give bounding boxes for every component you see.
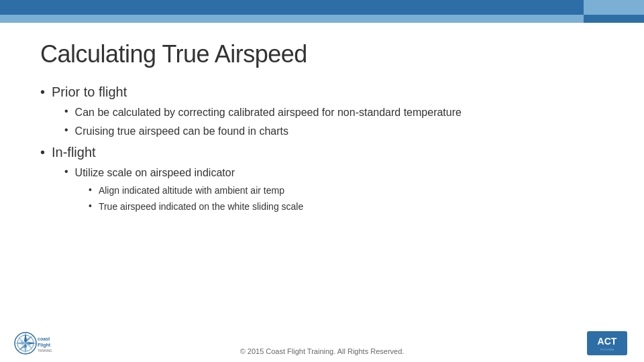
bullet-2-text: In-flight (52, 145, 96, 160)
svg-text:PROGRAM: PROGRAM (600, 348, 614, 351)
header-bar-second (0, 15, 584, 23)
bullet-2-1-text: Utilize scale on airspeed indicator (75, 166, 235, 180)
slide-title: Calculating True Airspeed (40, 40, 604, 68)
svg-text:Flight: Flight (38, 343, 51, 348)
bullet-2-1-1-text: Align indicated altitude with ambient ai… (99, 184, 284, 198)
act-logo: ACT PROGRAM (584, 330, 631, 357)
svg-text:TRAINING: TRAINING (38, 349, 52, 353)
bullet-2-sub: Utilize scale on airspeed indicator Alig… (64, 166, 604, 214)
bullet-1-sub: Can be calculated by correcting calibrat… (64, 105, 604, 139)
bullet-2-1: Utilize scale on airspeed indicator (64, 166, 604, 180)
bullet-2-1-2: True airspeed indicated on the white sli… (89, 200, 604, 214)
bullet-1: Prior to flight (40, 84, 604, 100)
svg-text:coast: coast (38, 337, 50, 341)
act-logo-svg: ACT PROGRAM (587, 331, 627, 355)
bullet-1-2-text: Cruising true airspeed can be found in c… (75, 124, 288, 139)
svg-text:ACT: ACT (598, 336, 617, 347)
coast-flight-logo-svg: coast Flight TRAINING (13, 331, 74, 355)
coast-flight-logo: coast Flight TRAINING (13, 330, 80, 357)
bullet-2-1-sub: Align indicated altitude with ambient ai… (89, 184, 604, 213)
header-bar-top (0, 0, 584, 15)
header-bar-second-right (584, 15, 644, 23)
slide-content: Calculating True Airspeed Prior to fligh… (40, 40, 604, 322)
header-bar-top-right (584, 0, 644, 15)
bullet-1-1-text: Can be calculated by correcting calibrat… (75, 105, 462, 120)
footer: © 2015 Coast Flight Training. All Rights… (0, 347, 644, 355)
footer-copyright: © 2015 Coast Flight Training. All Rights… (240, 347, 405, 355)
bullet-2-1-2-text: True airspeed indicated on the white sli… (99, 200, 303, 214)
bullet-1-1: Can be calculated by correcting calibrat… (64, 105, 604, 120)
bullet-2: In-flight (40, 145, 604, 160)
bullet-1-text: Prior to flight (52, 84, 127, 100)
bullet-1-2: Cruising true airspeed can be found in c… (64, 124, 604, 139)
bullet-2-1-1: Align indicated altitude with ambient ai… (89, 184, 604, 198)
